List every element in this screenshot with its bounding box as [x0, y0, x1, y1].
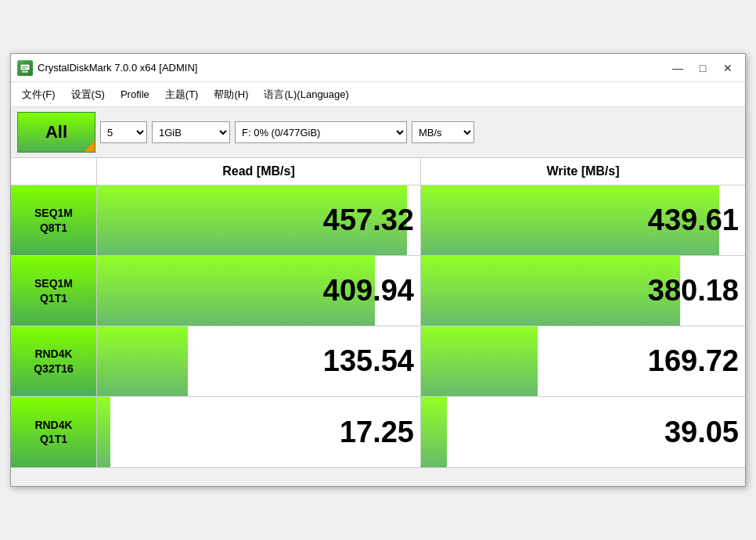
- app-window: CrystalDiskMark 7.0.0 x64 [ADMIN] — □ ✕ …: [10, 53, 746, 487]
- table-row: RND4K Q1T1 17.25 39.05: [11, 397, 745, 467]
- menu-bar: 文件(F) 设置(S) Profile 主题(T) 帮助(H) 语言(L)(La…: [11, 82, 745, 107]
- menu-file[interactable]: 文件(F): [14, 85, 63, 105]
- write-value-3: 39.05: [427, 416, 739, 449]
- write-cell-1: 380.18: [421, 256, 745, 326]
- all-button[interactable]: All: [17, 112, 95, 153]
- read-cell-0: 457.32: [97, 185, 421, 255]
- row-label-line2: Q8T1: [40, 221, 67, 235]
- table-row: RND4K Q32T16 135.54 169.72: [11, 326, 745, 397]
- svg-rect-2: [22, 67, 28, 67]
- title-bar: CrystalDiskMark 7.0.0 x64 [ADMIN] — □ ✕: [11, 54, 745, 82]
- write-cell-0: 439.61: [421, 185, 745, 255]
- row-label-line1: SEQ1M: [34, 276, 73, 290]
- write-value-2: 169.72: [427, 344, 739, 378]
- minimize-button[interactable]: —: [667, 60, 689, 76]
- menu-settings[interactable]: 设置(S): [63, 85, 113, 105]
- table-row: SEQ1M Q8T1 457.32 439.61: [11, 185, 745, 256]
- read-header: Read [MB/s]: [97, 158, 421, 185]
- app-icon: [17, 60, 33, 76]
- write-header: Write [MB/s]: [421, 158, 745, 185]
- read-value-0: 457.32: [103, 203, 414, 237]
- row-label-line2: Q1T1: [40, 432, 67, 446]
- results-header: Read [MB/s] Write [MB/s]: [11, 158, 745, 185]
- menu-theme[interactable]: 主题(T): [157, 85, 207, 105]
- read-value-3: 17.25: [103, 416, 414, 449]
- maximize-button[interactable]: □: [692, 60, 714, 76]
- row-label-seq1m-q8t1: SEQ1M Q8T1: [11, 185, 97, 255]
- row-label-line1: RND4K: [34, 418, 72, 432]
- menu-language[interactable]: 语言(L)(Language): [256, 85, 356, 105]
- read-value-2: 135.54: [103, 344, 414, 378]
- table-row: SEQ1M Q1T1 409.94 380.18: [11, 256, 745, 326]
- count-select[interactable]: 5 1 3 10: [100, 121, 147, 143]
- read-cell-3: 17.25: [97, 397, 421, 467]
- write-value-0: 439.61: [427, 203, 739, 237]
- window-controls: — □ ✕: [667, 60, 739, 76]
- drive-select[interactable]: F: 0% (0/477GiB): [235, 121, 407, 143]
- read-cell-2: 135.54: [97, 326, 421, 396]
- write-cell-2: 169.72: [421, 326, 745, 396]
- read-cell-1: 409.94: [97, 256, 421, 326]
- row-label-line1: RND4K: [34, 347, 72, 361]
- svg-rect-1: [22, 71, 28, 73]
- row-label-line1: SEQ1M: [34, 206, 73, 220]
- menu-profile[interactable]: Profile: [113, 85, 157, 103]
- size-select[interactable]: 1GiB 512MiB 256MiB 4GiB: [152, 121, 230, 143]
- results-area: Read [MB/s] Write [MB/s] SEQ1M Q8T1 457.…: [11, 158, 745, 467]
- row-label-line2: Q1T1: [40, 291, 67, 305]
- row-label-line2: Q32T16: [34, 362, 74, 376]
- menu-help[interactable]: 帮助(H): [206, 85, 256, 105]
- row-label-seq1m-q1t1: SEQ1M Q1T1: [11, 256, 97, 326]
- write-value-1: 380.18: [427, 274, 739, 308]
- unit-select[interactable]: MB/s GB/s IOPS μs: [412, 121, 474, 143]
- svg-rect-3: [22, 68, 26, 69]
- toolbar: All 5 1 3 10 1GiB 512MiB 256MiB 4GiB F: …: [11, 107, 745, 158]
- row-label-rnd4k-q1t1: RND4K Q1T1: [11, 397, 97, 467]
- write-cell-3: 39.05: [421, 397, 745, 467]
- close-button[interactable]: ✕: [717, 60, 739, 76]
- window-title: CrystalDiskMark 7.0.0 x64 [ADMIN]: [38, 62, 667, 74]
- status-bar: [11, 467, 745, 486]
- header-empty: [11, 158, 97, 185]
- row-label-rnd4k-q32t16: RND4K Q32T16: [11, 326, 97, 396]
- read-value-1: 409.94: [103, 274, 414, 308]
